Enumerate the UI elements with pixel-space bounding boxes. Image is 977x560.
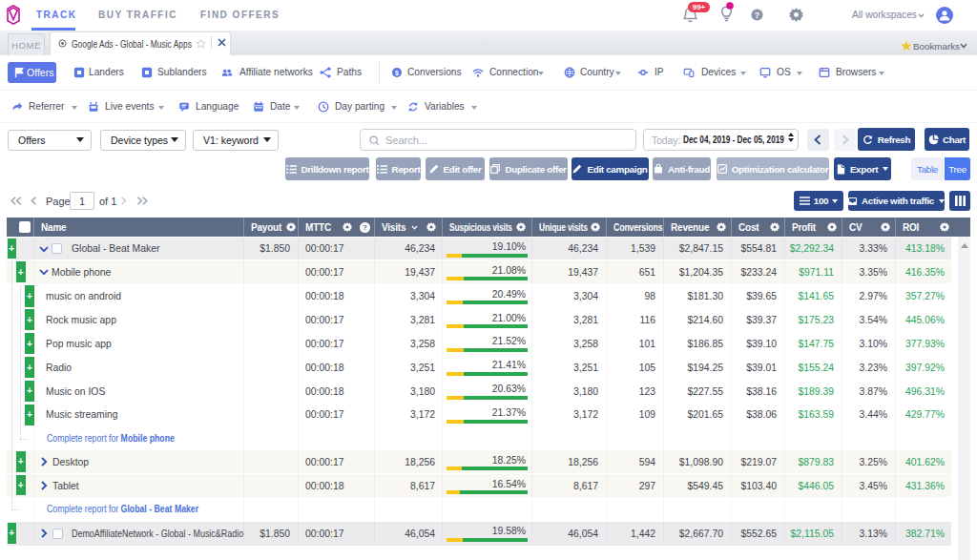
svg-text:?: ? (363, 223, 367, 232)
svg-text:$: $ (395, 70, 399, 77)
svg-text:?: ? (755, 10, 759, 20)
